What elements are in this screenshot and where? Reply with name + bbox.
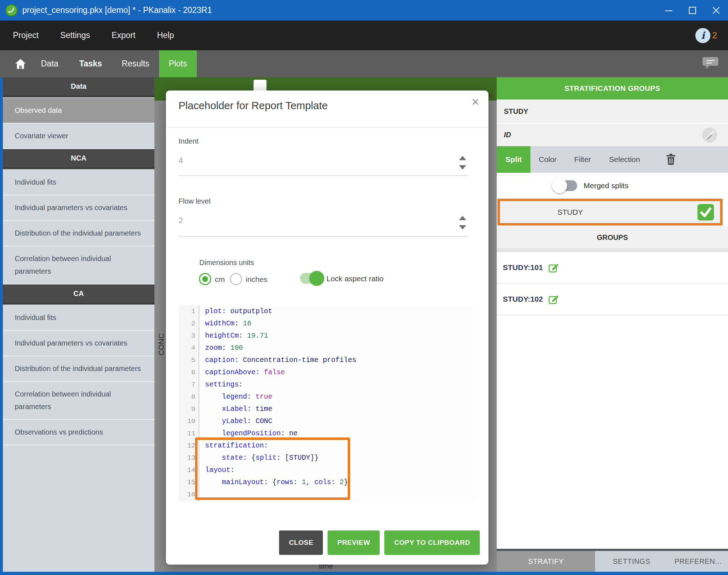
toggle-knob (309, 271, 324, 286)
sidebar-item[interactable]: Correlation between individual parameter… (3, 382, 154, 420)
line-number: 7 (178, 379, 195, 391)
pick-disabled-icon[interactable] (701, 127, 718, 143)
app-logo-icon (5, 4, 18, 17)
bottom-tab-stratify[interactable]: STRATIFY (497, 551, 595, 572)
flow-level-input[interactable]: 2 (178, 216, 183, 225)
menu-items: ProjectSettingsExportHelp (0, 31, 174, 40)
menu-project[interactable]: Project (13, 31, 39, 40)
preview-button[interactable]: PREVIEW (328, 530, 380, 555)
sidebar-item[interactable]: Distribution of the individual parameter… (3, 221, 154, 246)
sidebar-item[interactable]: Observations vs predictions (3, 420, 154, 445)
sidebar-item[interactable]: Correlation between individual parameter… (3, 246, 154, 284)
code-token: time (251, 405, 273, 413)
info-icon[interactable]: i (695, 28, 710, 43)
menu-settings[interactable]: Settings (60, 31, 90, 40)
edit-icon[interactable] (547, 293, 560, 305)
indent-input[interactable]: 4 (178, 156, 183, 165)
chat-icon[interactable] (702, 56, 719, 72)
tab-data[interactable]: Data (41, 50, 59, 77)
minimize-button[interactable] (657, 0, 681, 20)
menu-bar: ProjectSettingsExportHelp i 2 (0, 20, 728, 50)
merged-splits-toggle[interactable] (554, 180, 577, 191)
close-button[interactable]: CLOSE (279, 530, 323, 555)
trash-icon[interactable] (649, 146, 693, 173)
split-covariate-row-highlighted: STUDY (497, 199, 723, 226)
sidebar-item[interactable]: Covariate viewer (3, 124, 154, 149)
code-token: outputplot (226, 307, 273, 315)
merged-splits-label: Merged splits (584, 181, 629, 190)
indent-label: Indent (178, 137, 199, 145)
window-border-left (0, 77, 3, 575)
dialog-buttons: CLOSEPREVIEWCOPY TO CLIPBOARD (279, 530, 480, 555)
sidebar-item[interactable]: Individual parameters vs covariates (3, 195, 154, 221)
indent-spin-up-icon[interactable] (459, 156, 466, 160)
dimensions-units-label: Dimensions units (199, 259, 254, 267)
panel-tab-selection[interactable]: Selection (600, 146, 649, 173)
code-line: layout: (205, 464, 477, 476)
yaml-editor[interactable]: 12345678910111213141516 plot: outputplot… (178, 305, 477, 501)
code-token: 1 (297, 478, 306, 486)
copy-to-clipboard-button[interactable]: COPY TO CLIPBOARD (384, 530, 480, 555)
home-icon[interactable] (14, 58, 27, 70)
title-bar: project_censoring.pkx [demo] * - PKanali… (0, 0, 728, 20)
panel-tab-filter[interactable]: Filter (565, 146, 600, 173)
groups-header: GROUPS (497, 226, 728, 249)
panel-bottom-tabs: STRATIFYSETTINGSPREFEREN... (497, 549, 728, 572)
edit-icon[interactable] (547, 261, 560, 274)
radio-cm[interactable] (199, 273, 211, 285)
code-line: caption: Concentration-time profiles (205, 354, 477, 366)
tab-results[interactable]: Results (122, 50, 149, 77)
code-token: state: (205, 454, 247, 462)
group-label: STUDY:102 (503, 295, 543, 303)
nav-tab-bar: DataTasksResultsPlots (0, 50, 728, 77)
plot-y-axis-label: CONC (157, 333, 166, 356)
covariate-id-label: ID (504, 131, 511, 139)
sidebar-item[interactable]: Distribution of the individual parameter… (3, 356, 154, 382)
split-covariate-label: STUDY (557, 208, 583, 217)
code-token: cols: (314, 478, 335, 486)
sidebar-section-nca: NCA (3, 149, 154, 169)
code-token: Concentration-time profiles (239, 356, 357, 364)
code-token: legendPosition: (205, 430, 285, 437)
groups-divider (497, 249, 728, 252)
flow-level-spin-up-icon[interactable] (459, 216, 466, 220)
lock-aspect-ratio-toggle[interactable] (300, 273, 323, 284)
sidebar-item[interactable]: Individual fits (3, 305, 154, 331)
code-line: captionAbove: false (205, 366, 477, 379)
code-line (205, 488, 477, 501)
code-token: 2 (335, 478, 344, 486)
bottom-tab-settings[interactable]: SETTINGS (595, 551, 668, 572)
tab-tasks[interactable]: Tasks (79, 50, 102, 77)
line-number: 4 (178, 342, 195, 354)
sidebar-item[interactable]: Observed data (3, 98, 154, 124)
maximize-button[interactable] (681, 0, 704, 20)
dialog-title: Placeholder for Report Template (178, 100, 328, 112)
sidebar-section-ca: CA (3, 284, 154, 305)
menu-help[interactable]: Help (157, 31, 174, 40)
indent-spin-down-icon[interactable] (459, 165, 466, 170)
group-label: STUDY:101 (503, 263, 543, 272)
sidebar-item[interactable]: Individual parameters vs covariates (3, 331, 154, 356)
menu-export[interactable]: Export (112, 31, 135, 40)
radio-inches[interactable] (230, 273, 242, 285)
line-number: 2 (178, 317, 195, 330)
toggle-knob (552, 178, 567, 193)
panel-tab-split[interactable]: Split (497, 146, 530, 173)
flow-level-spin-down-icon[interactable] (459, 225, 466, 229)
line-number: 15 (178, 476, 195, 488)
code-token: caption: (205, 356, 239, 364)
covariate-row-id[interactable]: ID (497, 124, 728, 146)
radio-cm-label: cm (215, 275, 225, 284)
close-window-button[interactable] (704, 0, 728, 20)
code-token: , (306, 478, 314, 486)
dialog-close-icon[interactable]: × (472, 96, 479, 108)
split-checkbox[interactable] (697, 204, 714, 221)
bottom-tab-preferen[interactable]: PREFEREN... (668, 551, 728, 572)
tab-plots[interactable]: Plots (159, 50, 197, 77)
sidebar-item[interactable]: Individual fits (3, 170, 154, 195)
groups-list: STUDY:101STUDY:102 (497, 252, 728, 315)
code-token: mainLayout: (205, 478, 268, 486)
covariate-row-study[interactable]: STUDY (497, 100, 728, 123)
panel-tab-color[interactable]: Color (530, 146, 565, 173)
code-token: plot: (205, 307, 226, 315)
